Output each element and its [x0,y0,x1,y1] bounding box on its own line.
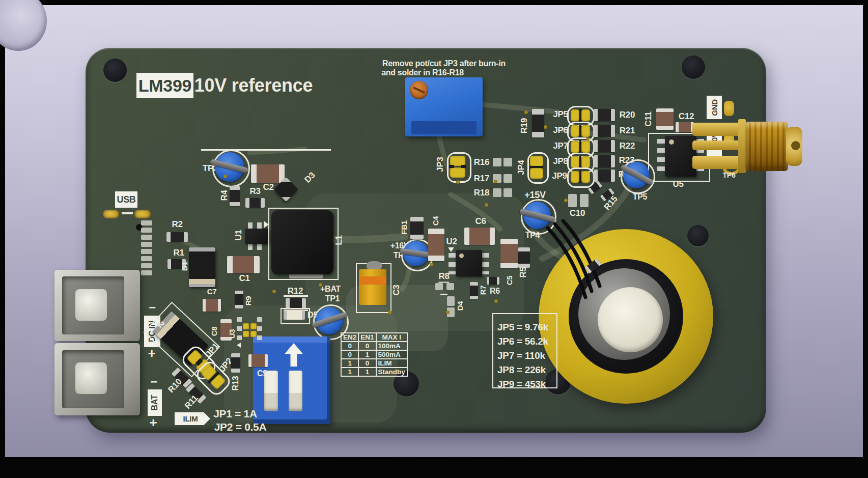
cap-c12 [676,122,694,132]
via [544,125,547,129]
pad-r16 [493,158,501,166]
label-u3: U3 [228,329,236,339]
label-r21: R21 [620,126,635,136]
chip-u1 [245,229,269,244]
ilim-jp1-value: JP1 = 1A [213,408,257,420]
usb-pin-pad [141,256,152,261]
u2-pins [449,253,456,274]
cap-c1 [227,256,260,273]
jp-value-row: JP5 = 9.76k [497,322,548,333]
via [223,175,227,178]
resistor-r12 [286,298,306,308]
u3-thermal-pad [250,331,257,337]
render-backdrop: LM399 10V reference Remove pot/cut JP3 a… [5,5,863,457]
label-jp9: JP9 [552,171,567,181]
label-r20: R20 [620,110,635,120]
trimmer-pot-base [411,121,477,134]
bat-label-box: BAT [148,389,162,416]
l1-pin1-marker [264,221,269,228]
silk-line-top [201,149,331,151]
resistor-r5 [518,247,530,268]
label-r18: R18 [474,188,489,198]
label-r1: R1 [173,248,184,258]
bat-connector-pin [75,362,107,394]
label-r7: R7 [479,286,487,295]
backdrop-hole [0,0,47,51]
cap-c7 [203,299,221,312]
label-c1: C1 [239,273,249,284]
usb-pin-pad [141,270,152,275]
usb-pin-pad [141,228,152,233]
resistor-r9 [235,291,243,308]
label-c9: C9 [257,369,267,378]
usb-pin-pad [141,249,152,254]
cap-c9 [248,354,268,367]
pad-r16 [503,158,512,166]
en-cell: 500mA [376,350,407,359]
inductor-l1 [271,210,333,274]
label-tp1: TP1 [325,294,340,303]
u5-pins [657,139,665,174]
sma-barrel [745,122,788,171]
label-d1: D1 [180,262,189,271]
via [494,180,497,183]
label-tp4: TP4 [525,231,540,240]
pad-r18 [493,188,501,197]
resistor-r3 [245,198,265,208]
dip-slider[interactable] [289,371,302,411]
jp-value-table: JP5 = 9.76k JP6 = 56.2k JP7 = 110k JP8 =… [492,313,557,388]
resistor-r22 [594,140,615,152]
u3-thermal-pad [250,323,257,329]
u1-pins [248,244,266,250]
en-header: EN2 [341,333,358,342]
label-c5: C5 [505,276,514,286]
cap-c3 [359,269,386,305]
resistor-r6 [487,277,499,285]
label-r16: R16 [474,157,489,167]
via [564,199,568,202]
label-gnd: GND [710,99,719,116]
gnd-label-box: GND [707,96,722,119]
usb-pin-pad [141,220,152,226]
ferrite-fb1 [410,217,424,239]
label-tp5: TP5 [633,192,647,202]
en-cell: 0 [358,359,376,368]
label-u2: U2 [446,237,457,247]
label-r4: R4 [219,190,230,201]
lm399-can-top [598,287,663,352]
en-cell: 1 [358,368,376,376]
label-c11: C11 [643,111,654,126]
pcb-render-page: LM399 10V reference Remove pot/cut JP3 a… [0,0,868,478]
note-line2: and solder in R16-R18 [381,68,464,77]
jp-value-row: JP7 = 110k [497,350,545,361]
via [494,299,498,303]
u3-thermal-pad [243,331,249,337]
bat-plus-mark: + [150,415,157,431]
label-r12: R12 [288,286,303,296]
u3-pads [257,317,262,342]
label-bat: BAT [150,395,159,411]
pad-r8 [446,283,454,290]
usb-silk-dash [122,212,133,214]
jp-value-row: JP8 = 226k [497,364,546,376]
via [446,311,450,314]
label-ilim: ILIM [183,414,198,423]
en-header: MAX I [376,333,407,342]
note-line1: Remove pot/cut JP3 after burn-in [382,59,506,68]
pad-c10 [580,194,589,207]
label-jp7: JP7 [553,141,568,151]
label-c7: C7 [207,287,217,296]
usb-label-box: USB [115,191,137,208]
label-c10: C10 [570,208,585,218]
en-cell: Standby [376,368,407,376]
usb-pin-pad [141,235,152,240]
dcin-plus-mark: + [148,346,156,361]
pad-r8 [435,283,443,290]
sma-flange [738,119,746,173]
r8-silk-dash [440,294,447,295]
u2-pin1-marker [448,247,454,252]
cap-c5 [500,239,518,268]
label-u5: U5 [673,179,683,189]
label-r3: R3 [249,186,260,196]
u5-pin1-dot [669,139,674,145]
